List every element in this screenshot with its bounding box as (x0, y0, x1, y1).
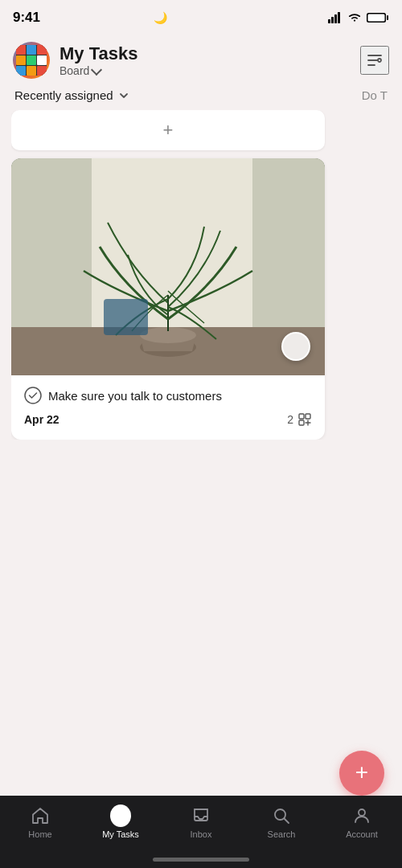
svg-rect-18 (299, 414, 304, 419)
home-nav-icon (30, 805, 51, 826)
svg-rect-16 (104, 299, 148, 335)
plant-illustration (11, 158, 325, 375)
task-check-icon (24, 387, 42, 404)
page-title: My Tasks (59, 43, 137, 64)
home-indicator (153, 858, 249, 862)
rubik-cube-avatar (16, 45, 47, 76)
svg-point-25 (359, 809, 365, 816)
svg-rect-3 (338, 12, 340, 23)
task-date: Apr 22 (24, 413, 59, 426)
my-tasks-nav-label: My Tasks (102, 829, 139, 839)
home-nav-label: Home (28, 829, 51, 839)
add-task-plus-icon: + (163, 121, 174, 139)
svg-rect-1 (331, 17, 334, 23)
task-meta: Apr 22 2 (24, 412, 312, 427)
recently-assigned-column: + (11, 110, 325, 440)
status-icons (328, 12, 389, 23)
nav-item-search[interactable]: Search (241, 804, 322, 839)
task-complete-button[interactable] (281, 332, 310, 361)
bottom-nav: Home My Tasks Inbox S (0, 796, 402, 868)
svg-point-10 (378, 59, 381, 62)
main-content: + (0, 110, 402, 440)
task-subtask-count: 2 (287, 412, 312, 427)
view-mode-label: Board (59, 64, 89, 77)
task-title-row: Make sure you talk to customers (24, 387, 312, 404)
task-card-body: Make sure you talk to customers Apr 22 2 (11, 375, 325, 440)
search-nav-label: Search (268, 829, 296, 839)
do-today-label: Do T (362, 88, 388, 102)
board-columns: + (11, 110, 391, 440)
wifi-icon (347, 12, 362, 23)
svg-rect-0 (328, 19, 330, 23)
subtask-number: 2 (287, 413, 293, 426)
svg-rect-5 (387, 15, 388, 20)
header: My Tasks Board (0, 35, 402, 88)
inbox-nav-label: Inbox (191, 829, 212, 839)
filter-icon (365, 51, 384, 70)
svg-rect-6 (368, 14, 385, 22)
active-indicator (110, 805, 131, 827)
fab-plus-icon: + (355, 761, 368, 784)
svg-rect-2 (334, 14, 337, 23)
svg-point-17 (25, 387, 41, 403)
inbox-nav-icon (191, 805, 211, 826)
avatar[interactable] (13, 42, 50, 79)
subtask-icon (297, 412, 312, 427)
moon-icon: 🌙 (154, 11, 167, 24)
svg-rect-20 (299, 420, 304, 425)
status-time: 9:41 (13, 10, 40, 26)
header-left: My Tasks Board (13, 42, 137, 79)
do-today-column-header[interactable]: Do T (354, 88, 388, 102)
recently-assigned-column-header[interactable]: Recently assigned (14, 88, 354, 102)
add-task-button[interactable]: + (11, 110, 325, 150)
nav-item-my-tasks[interactable]: My Tasks (80, 804, 161, 839)
nav-item-home[interactable]: Home (0, 804, 80, 839)
columns-header: Recently assigned Do T (0, 88, 402, 102)
task-card[interactable]: Make sure you talk to customers Apr 22 2 (11, 158, 325, 440)
account-nav-icon (351, 805, 372, 826)
account-nav-label: Account (346, 829, 378, 839)
task-card-image (11, 158, 325, 375)
chevron-down-icon (91, 64, 102, 76)
svg-rect-19 (306, 414, 310, 419)
my-tasks-nav-icon (110, 805, 131, 826)
view-mode-selector[interactable]: Board (59, 64, 137, 77)
search-nav-icon (271, 805, 292, 826)
nav-item-inbox[interactable]: Inbox (161, 804, 241, 839)
task-title: Make sure you talk to customers (48, 389, 222, 403)
status-bar: 9:41 🌙 (0, 0, 402, 35)
header-title-block: My Tasks Board (59, 43, 137, 77)
create-task-fab[interactable]: + (339, 751, 384, 796)
nav-item-account[interactable]: Account (322, 804, 402, 839)
column-chevron-icon (118, 90, 129, 101)
filter-button[interactable] (360, 46, 389, 75)
battery-icon (367, 12, 389, 23)
signal-icon (328, 12, 343, 23)
svg-line-24 (285, 819, 289, 824)
recently-assigned-label: Recently assigned (14, 88, 113, 102)
